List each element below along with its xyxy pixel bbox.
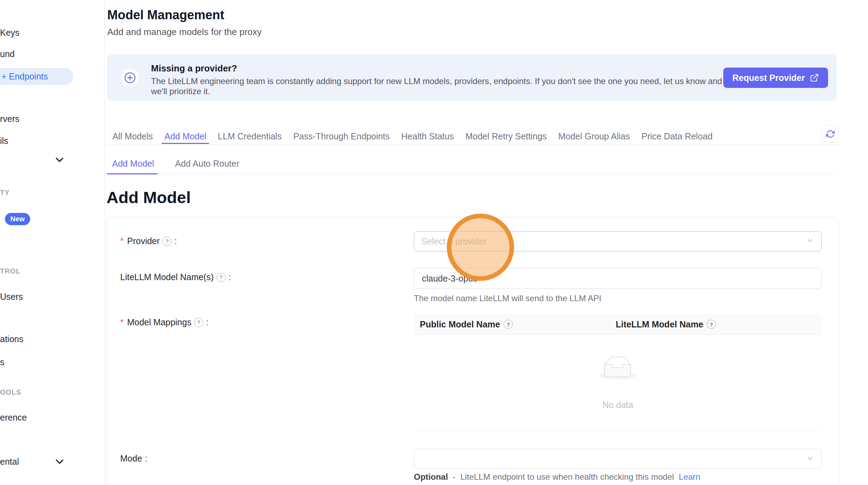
form-heading: Add Model [107,188,191,207]
request-provider-button[interactable]: Request Provider [723,68,828,88]
tab-model-group-alias[interactable]: Model Group Alias [558,129,630,144]
provider-placeholder: Select a provider [421,236,487,247]
tab-all-models[interactable]: All Models [112,129,153,144]
tab-health-status[interactable]: Health Status [401,129,454,144]
chevron-down-icon[interactable] [55,459,64,466]
page-title: Model Management [107,8,224,22]
mode-help-body: LiteLLM endpoint to use when health chec… [460,472,674,481]
sidebar-item-guardrails[interactable]: ils [0,135,8,146]
refresh-button[interactable] [822,125,839,142]
column-litellm-model-name: LiteLLM Model Name ? [616,314,716,334]
help-icon[interactable]: ? [707,320,716,329]
sidebar-item-experimental[interactable]: ental [0,456,19,467]
model-mappings-label: * Model Mappings ? : [120,317,209,327]
sidebar-item-virtual-keys[interactable]: Keys [0,27,20,38]
sidebar-section-label-2: TROL [0,267,20,275]
model-name-label-text: LiteLLM Model Name(s) [120,272,214,282]
sidebar-item-mcp-servers[interactable]: rvers [0,113,20,124]
mappings-table-bottom-border [414,430,822,431]
help-icon[interactable]: ? [163,237,172,246]
sidebar-item-playground[interactable]: und [0,48,15,60]
model-name-label: LiteLLM Model Name(s) ? : [120,272,231,282]
add-model-card [107,217,839,485]
sidebar-item-api-reference[interactable]: erence [0,412,27,423]
mappings-table-header: Public Model Name ? LiteLLM Model Name ? [414,314,822,335]
banner-title: Missing a provider? [151,63,237,74]
required-asterisk: * [120,236,124,246]
sidebar-section-label-1: TY [0,188,10,197]
mode-select[interactable] [414,449,822,469]
help-icon[interactable]: ? [217,273,226,282]
sidebar-item-internal-users[interactable]: Users [0,291,23,302]
label-colon: : [145,453,148,464]
chevron-down-icon[interactable] [55,157,64,164]
column-divider [610,319,610,330]
banner-body: The LiteLLM engineering team is constant… [151,76,722,96]
help-icon[interactable]: ? [504,320,513,329]
provider-label: * Provider ? : [120,236,177,246]
plus-circle-icon [121,69,139,87]
chevron-down-icon [806,454,814,464]
sidebar-item-models-endpoints[interactable]: + Endpoints [0,68,73,85]
mode-label: Mode : [120,453,148,464]
empty-inbox-icon [600,356,636,381]
tab-add-model[interactable]: Add Model [164,129,207,144]
provider-select[interactable]: Select a provider [414,231,822,251]
label-colon: : [175,236,177,246]
model-mappings-label-text: Model Mappings [127,317,191,327]
no-data-text: No data [414,400,822,410]
sidebar-item-models-endpoints-label: + Endpoints [1,71,48,82]
sidebar-section-label-3: OOLS [0,388,21,396]
learn-link[interactable]: Learn [679,472,700,481]
external-link-icon [810,73,819,82]
required-asterisk: * [120,317,124,327]
model-name-input[interactable] [414,268,822,289]
subtab-add-auto-router[interactable]: Add Auto Router [175,159,239,169]
provider-label-text: Provider [127,236,160,246]
column-label: LiteLLM Model Name [616,319,703,330]
request-provider-label: Request Provider [732,73,805,83]
column-public-model-name: Public Model Name ? [420,314,513,334]
subtab-add-model[interactable]: Add Model [112,159,154,169]
optional-label: Optional [414,472,448,481]
page-subtitle: Add and manage models for the proxy [107,27,262,37]
missing-provider-banner: Missing a provider? The LiteLLM engineer… [107,54,837,101]
label-colon: : [206,317,209,327]
column-label: Public Model Name [420,319,500,330]
help-icon[interactable]: ? [194,318,203,327]
tab-price-data-reload[interactable]: Price Data Reload [641,129,713,144]
tab-pass-through-endpoints[interactable]: Pass-Through Endpoints [293,129,390,144]
sidebar-item-organizations[interactable]: ations [0,333,23,345]
mode-label-text: Mode [120,453,142,464]
refresh-icon [826,130,835,138]
mode-help-text: Optional - LiteLLM endpoint to use when … [414,472,700,482]
sidebar-item-budgets[interactable]: s [0,356,5,368]
tab-llm-credentials[interactable]: LLM Credentials [217,129,282,144]
tab-model-retry-settings[interactable]: Model Retry Settings [465,129,547,144]
dash: - [453,472,456,481]
add-model-subtabbar: Add Model Add Auto Router [107,154,839,174]
sidebar: Keys und + Endpoints rvers ils TY New TR… [0,0,105,485]
active-subtab-underline [107,173,158,174]
model-name-help-text: The model name LiteLLM will send to the … [414,293,601,303]
label-colon: : [228,272,231,282]
model-management-tabbar: All Models Add Model LLM Credentials Pas… [107,129,839,145]
chevron-down-icon [806,236,814,246]
new-badge: New [5,213,30,225]
litellm-admin-app: Keys und + Endpoints rvers ils TY New TR… [0,0,868,485]
tab-list: All Models Add Model LLM Credentials Pas… [112,129,713,144]
